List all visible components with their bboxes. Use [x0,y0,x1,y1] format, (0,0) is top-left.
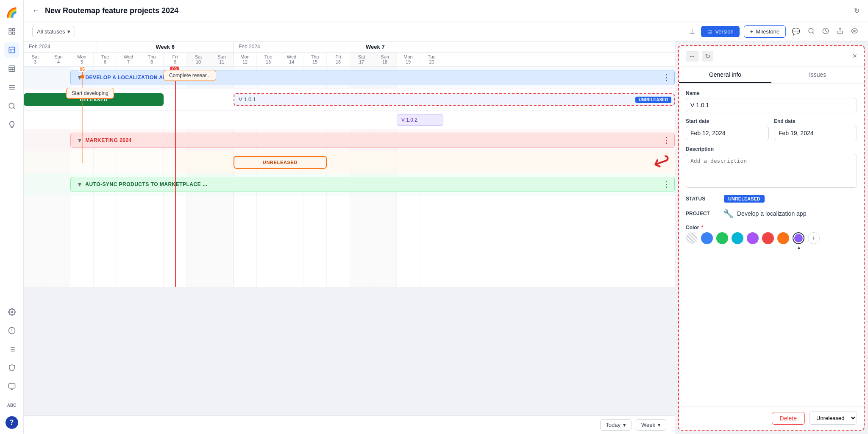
sidebar-item-monitor[interactable] [4,379,19,394]
color-add-button[interactable]: + [808,232,820,244]
panel-expand-button[interactable]: ↔ [686,51,698,61]
sidebar-item-board[interactable] [4,61,19,76]
chevron-icon-marketing: ▼ [77,137,83,144]
day-tue13: Tue13 [257,53,280,66]
start-date-input[interactable] [686,126,769,140]
feb2024-label-week6: Feb 2024 [24,42,97,52]
panel-footer: Delete Unreleased Released In Progress [679,406,864,430]
content-area: Feb 2024 Week 6 Feb 2024 Week 7 Sat3 Sun [24,42,868,434]
sidebar-item-settings[interactable] [4,304,19,320]
name-input[interactable] [686,98,857,112]
localization-dots-menu[interactable]: ⋮ [662,73,670,82]
version-icon: 🗂 [707,28,712,35]
sidebar-item-table[interactable] [4,80,19,95]
chevron-icon: ▼ [77,74,83,81]
marketing-bar[interactable]: ▼ MARKETING 2024 ⋮ [70,133,675,148]
color-purple[interactable] [747,232,759,244]
day-sat17: Sat17 [350,53,373,66]
color-violet[interactable] [793,232,804,244]
name-field-group: Name [686,90,857,112]
sidebar-item-search[interactable] [4,98,19,114]
sidebar-logo[interactable]: 🌈 [4,5,19,20]
color-red[interactable] [762,232,774,244]
autosync-dots-menu[interactable]: ⋮ [662,180,670,189]
sidebar-item-help[interactable]: ? [6,416,18,429]
end-date-input[interactable] [774,126,857,140]
color-orange[interactable] [777,232,789,244]
search-icon[interactable] [806,26,816,38]
tab-issues[interactable]: Issues [771,67,864,83]
end-date-field: End date [774,118,857,140]
v102-bar[interactable]: V 1.0.2 [397,114,443,126]
week-button[interactable]: Week ▾ [636,419,666,431]
status-filter[interactable]: All statuses ▾ [32,26,75,37]
milestone-button[interactable]: + Milestone [744,25,786,38]
color-label: Color * [686,225,857,231]
bottom-bar: Today ▾ Week ▾ [24,415,675,434]
week7-label: Week 7 [307,42,443,52]
sidebar-item-bulb[interactable] [4,117,19,132]
v101-bar[interactable]: V 1.0.1 UNRELEASED [234,93,675,106]
svg-rect-2 [9,32,11,34]
svg-point-15 [9,103,14,108]
plus-icon: + [750,28,754,35]
day-wed7: Wed7 [117,53,140,66]
clock-icon[interactable] [821,26,831,38]
tab-general-info[interactable]: General info [679,67,771,83]
day-thu8: Thu8 [140,53,164,66]
color-teal[interactable] [732,232,743,244]
right-panel: ↔ ↻ × General info Issues Name [678,45,865,431]
svg-line-31 [812,32,814,33]
group-row-marketing: ▼ MARKETING 2024 ⋮ [24,129,675,151]
refresh-button[interactable]: ↻ [854,7,860,15]
gantt-body: 09 05 Start developing [24,67,675,287]
sidebar-item-dashboard[interactable] [4,24,19,39]
svg-rect-27 [8,384,15,388]
panel-header: ↔ ↻ × [679,46,864,67]
start-date-label: Start date [686,118,769,124]
sidebar-item-roadmap[interactable] [4,42,19,58]
page-title: New Routemap feature projects 2024 [45,6,849,15]
autosync-bar[interactable]: ▼ AUTO-SYNC PRODUCTS TO MARKETPLACE ... … [70,177,675,192]
description-input[interactable] [686,154,857,188]
svg-rect-0 [9,28,11,31]
svg-point-34 [854,30,855,32]
localization-bar[interactable]: ▼ DEVELOP A LOCALIZATION APP ⋮ [70,70,675,85]
sidebar-item-abc[interactable]: ABC [4,398,19,413]
sidebar-item-list[interactable] [4,342,19,357]
eye-icon[interactable] [849,26,860,38]
version-button[interactable]: 🗂 Version [701,26,739,37]
chevron-down-icon: ▾ [67,28,70,35]
status-select[interactable]: Unreleased Released In Progress [809,412,857,425]
description-label: Description [686,146,857,152]
color-picker: + [686,232,857,244]
group-row-localization: ▼ DEVELOP A LOCALIZATION APP ⋮ [24,67,675,89]
svg-rect-1 [12,28,14,31]
week6-label: Week 6 [97,42,234,52]
day-sun18: Sun18 [373,53,397,66]
sidebar-item-info[interactable] [4,323,19,338]
day-mon19: Mon19 [397,53,420,66]
marketing-dots-menu[interactable]: ⋮ [662,136,670,145]
day-mon12: Mon12 [234,53,257,66]
sidebar-item-shield[interactable] [4,360,19,376]
svg-rect-4 [9,47,15,53]
svg-rect-3 [12,32,14,34]
feb2024-label-week7: Feb 2024 [234,42,307,52]
color-blue[interactable] [701,232,713,244]
share-icon[interactable] [835,26,845,38]
status-label: STATUS [686,196,720,202]
day-sat3: Sat3 [24,53,47,66]
comment-icon[interactable]: 💬 [790,26,802,37]
chevron-down-icon-today: ▾ [623,422,626,428]
split-icon[interactable]: ⊥ [687,26,697,37]
panel-close-button[interactable]: × [852,52,857,61]
color-none[interactable] [686,232,698,244]
start-date-field: Start date [686,118,769,140]
today-button[interactable]: Today ▾ [600,419,632,431]
marketing-unreleased-bar[interactable]: UNRELEASED [234,156,327,169]
color-green[interactable] [716,232,728,244]
back-button[interactable]: ← [32,6,40,15]
panel-refresh-button[interactable]: ↻ [702,51,713,61]
delete-button[interactable]: Delete [772,412,805,425]
